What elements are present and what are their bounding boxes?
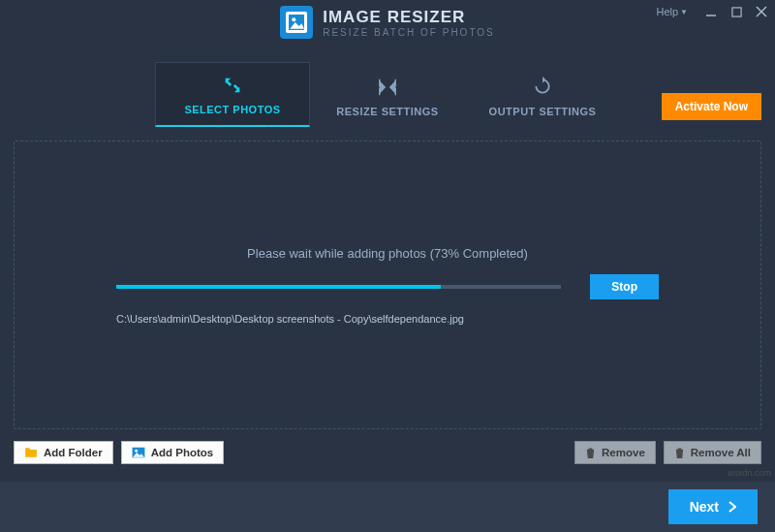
photo-icon [132, 447, 145, 458]
chevron-down-icon: ▼ [680, 8, 688, 16]
button-label: Remove [602, 447, 645, 458]
refresh-icon [465, 77, 620, 98]
svg-point-1 [293, 17, 296, 21]
tab-output-settings[interactable]: OUTPUT SETTINGS [465, 65, 620, 127]
remove-button[interactable]: Remove [574, 441, 656, 464]
app-subtitle: RESIZE BATCH OF PHOTOS [323, 27, 495, 38]
chevron-right-icon [728, 501, 736, 513]
close-icon[interactable] [754, 4, 769, 19]
help-menu[interactable]: Help ▼ [656, 6, 688, 17]
app-logo-icon [280, 6, 313, 39]
trash-icon [585, 447, 596, 458]
maximize-icon[interactable] [728, 4, 744, 19]
expand-arrows-icon [156, 75, 309, 96]
progress-bar [116, 285, 561, 289]
resize-arrows-icon [310, 77, 465, 98]
trash-icon [674, 447, 685, 458]
remove-all-button[interactable]: Remove All [664, 441, 761, 464]
svg-rect-3 [731, 7, 740, 16]
button-label: Next [690, 499, 719, 515]
drop-zone: Please wait while adding photos (73% Com… [14, 141, 761, 429]
tab-resize-settings[interactable]: RESIZE SETTINGS [310, 65, 465, 127]
tab-select-photos[interactable]: SELECT PHOTOS [155, 62, 310, 127]
tab-label: OUTPUT SETTINGS [489, 106, 597, 117]
current-file-path: C:\Users\admin\Desktop\Desktop screensho… [116, 313, 659, 325]
svg-point-7 [135, 450, 138, 453]
add-photos-button[interactable]: Add Photos [121, 441, 225, 464]
add-folder-button[interactable]: Add Folder [14, 441, 113, 464]
tab-bar: SELECT PHOTOS RESIZE SETTINGS OUTPUT SET… [0, 62, 775, 127]
next-button[interactable]: Next [668, 489, 758, 524]
tab-label: RESIZE SETTINGS [336, 106, 438, 117]
button-label: Remove All [691, 447, 751, 458]
app-title: IMAGE RESIZER [323, 8, 495, 27]
app-logo-block: IMAGE RESIZER RESIZE BATCH OF PHOTOS [280, 6, 495, 39]
folder-icon [24, 447, 38, 458]
button-label: Add Folder [44, 447, 103, 458]
activate-button[interactable]: Activate Now [662, 93, 761, 120]
footer-bar: Next [0, 482, 775, 532]
progress-fill [116, 285, 441, 289]
tab-label: SELECT PHOTOS [184, 104, 280, 115]
minimize-icon[interactable] [703, 4, 719, 19]
button-label: Add Photos [151, 447, 214, 458]
progress-message: Please wait while adding photos (73% Com… [116, 246, 659, 261]
help-label: Help [656, 6, 678, 17]
watermark: wsxdn.com [728, 468, 771, 478]
stop-button[interactable]: Stop [590, 274, 659, 299]
